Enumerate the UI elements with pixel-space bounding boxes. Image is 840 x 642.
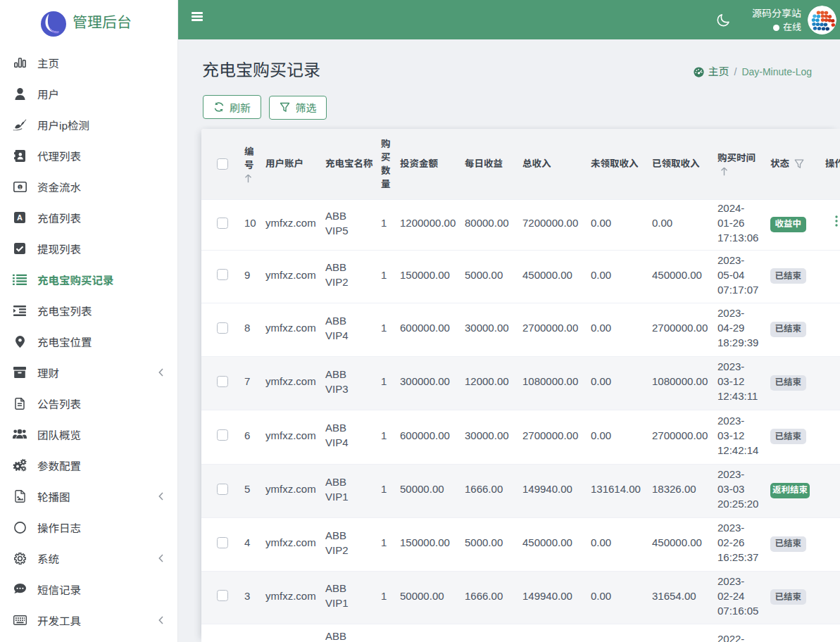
svg-text:A: A — [17, 213, 23, 222]
